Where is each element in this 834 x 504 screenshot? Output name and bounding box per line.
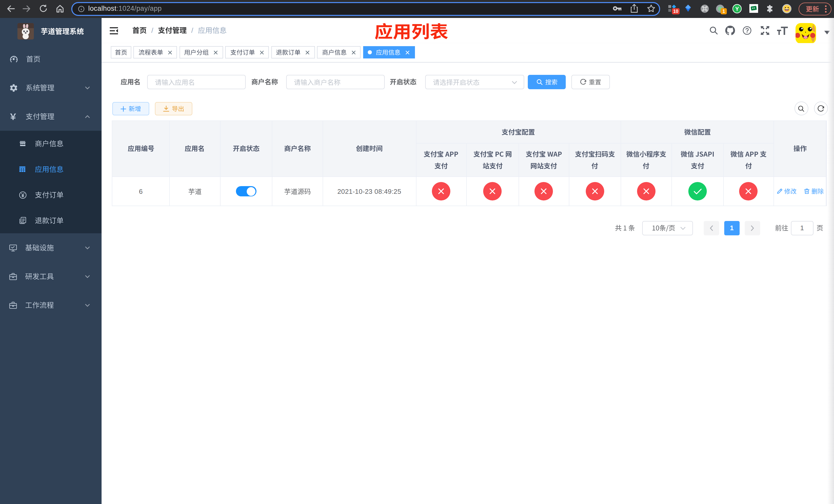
svg-text:Y: Y bbox=[735, 6, 739, 12]
